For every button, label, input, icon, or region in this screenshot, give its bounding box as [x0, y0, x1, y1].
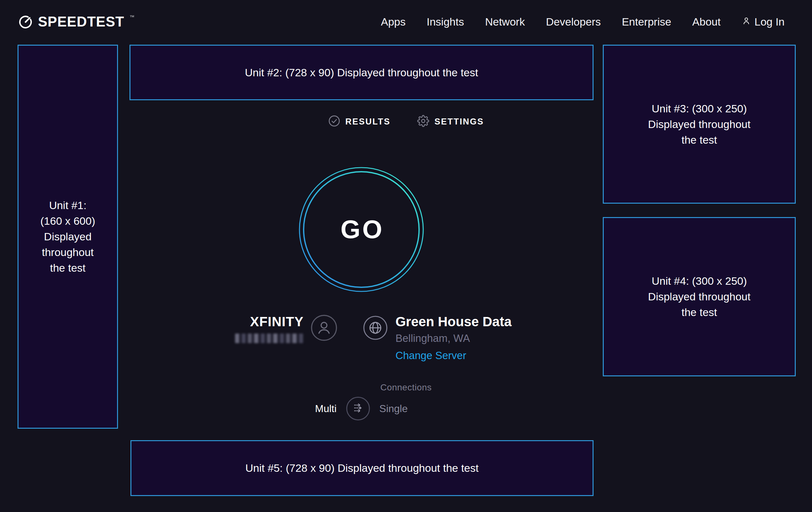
connections-option-single[interactable]: Single	[379, 403, 408, 415]
tab-results[interactable]: RESULTS	[328, 115, 391, 128]
change-server-link[interactable]: Change Server	[396, 350, 512, 362]
isp-block: XFINITY	[211, 315, 303, 343]
ad-unit-2-text: Unit #2: (728 x 90) Displayed throughout…	[245, 65, 478, 80]
go-button-label: GO	[297, 166, 425, 293]
ad-unit-5: Unit #5: (728 x 90) Displayed throughout…	[130, 440, 593, 496]
check-circle-icon	[328, 115, 340, 128]
isp-detail-redacted	[235, 333, 303, 343]
brand-logo[interactable]: SPEEDTEST ™	[18, 14, 134, 30]
tab-results-label: RESULTS	[345, 117, 391, 127]
brand-trademark: ™	[129, 15, 135, 20]
gear-icon	[417, 115, 429, 128]
connections-option-multi[interactable]: Multi	[315, 403, 337, 415]
main-nav: Apps Insights Network Developers Enterpr…	[381, 16, 785, 28]
server-location: Bellingham, WA	[396, 332, 512, 344]
brand-name: SPEEDTEST	[38, 14, 124, 30]
nav-item-developers[interactable]: Developers	[546, 16, 601, 28]
top-nav: SPEEDTEST ™ Apps Insights Network Develo…	[0, 0, 812, 44]
connections-toggle-row: Multi Single	[315, 397, 408, 421]
server-block: Green House Data Bellingham, WA Change S…	[396, 315, 512, 362]
nav-item-network[interactable]: Network	[485, 16, 525, 28]
tab-settings-label: SETTINGS	[434, 117, 484, 127]
ad-unit-1-text: Unit #1: (160 x 600) Displayed throughou…	[40, 197, 95, 276]
host-server-row: XFINITY Green House Data Bellingham, WA …	[211, 315, 512, 362]
globe-circle-icon	[363, 315, 388, 342]
ad-unit-1: Unit #1: (160 x 600) Displayed throughou…	[18, 45, 118, 429]
nav-login-label: Log In	[754, 16, 785, 28]
tab-settings[interactable]: SETTINGS	[417, 115, 484, 128]
server-name: Green House Data	[396, 315, 512, 329]
isp-name: XFINITY	[211, 315, 303, 329]
nav-item-enterprise[interactable]: Enterprise	[622, 16, 671, 28]
triple-dashed-arrows-icon	[351, 401, 365, 416]
ad-unit-4-text: Unit #4: (300 x 250) Displayed throughou…	[648, 273, 750, 320]
ad-unit-4: Unit #4: (300 x 250) Displayed throughou…	[603, 217, 796, 376]
ad-unit-5-text: Unit #5: (728 x 90) Displayed throughout…	[245, 460, 478, 476]
person-icon	[742, 16, 751, 28]
go-button[interactable]: GO	[297, 166, 425, 293]
connections-toggle-button[interactable]	[346, 397, 370, 421]
ad-unit-2: Unit #2: (728 x 90) Displayed throughout…	[129, 45, 593, 100]
nav-item-apps[interactable]: Apps	[381, 16, 406, 28]
tab-bar: RESULTS SETTINGS	[0, 115, 812, 128]
person-circle-icon	[311, 315, 338, 343]
connections-label: Connections	[0, 382, 812, 393]
nav-item-about[interactable]: About	[692, 16, 721, 28]
nav-login[interactable]: Log In	[742, 16, 785, 28]
speedtest-gauge-icon	[18, 14, 33, 30]
nav-item-insights[interactable]: Insights	[427, 16, 464, 28]
